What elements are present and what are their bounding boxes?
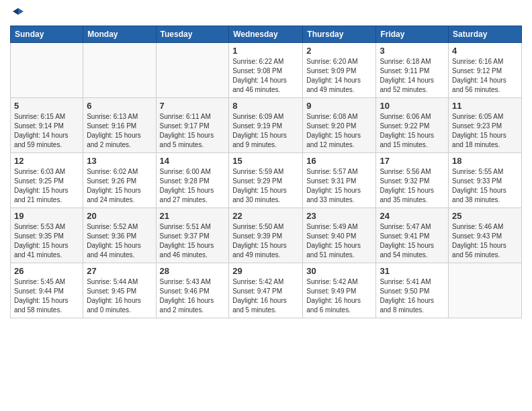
week-row-5: 26Sunrise: 5:45 AM Sunset: 9:44 PM Dayli… — [11, 263, 522, 318]
day-number: 5 — [14, 101, 79, 111]
day-number: 27 — [87, 266, 152, 276]
page-container: SundayMondayTuesdayWednesdayThursdayFrid… — [0, 0, 532, 325]
day-info: Sunrise: 5:46 AM Sunset: 9:43 PM Dayligh… — [452, 222, 518, 260]
day-info: Sunrise: 6:00 AM Sunset: 9:28 PM Dayligh… — [160, 167, 226, 205]
day-info: Sunrise: 6:08 AM Sunset: 9:20 PM Dayligh… — [306, 112, 372, 150]
day-cell: 8Sunrise: 6:09 AM Sunset: 9:19 PM Daylig… — [229, 98, 303, 153]
logo-text — [10, 7, 25, 20]
day-cell: 11Sunrise: 6:05 AM Sunset: 9:23 PM Dayli… — [449, 98, 522, 153]
day-number: 19 — [14, 211, 79, 221]
week-row-1: 1Sunrise: 6:22 AM Sunset: 9:08 PM Daylig… — [11, 43, 522, 98]
day-cell: 6Sunrise: 6:13 AM Sunset: 9:16 PM Daylig… — [83, 98, 156, 153]
svg-marker-0 — [18, 8, 24, 15]
header-row: SundayMondayTuesdayWednesdayThursdayFrid… — [11, 26, 522, 43]
day-number: 8 — [232, 101, 299, 111]
day-info: Sunrise: 6:06 AM Sunset: 9:22 PM Dayligh… — [380, 112, 445, 150]
day-info: Sunrise: 5:57 AM Sunset: 9:31 PM Dayligh… — [306, 167, 372, 205]
day-info: Sunrise: 6:20 AM Sunset: 9:09 PM Dayligh… — [306, 57, 372, 95]
day-number: 21 — [160, 211, 226, 221]
day-cell: 29Sunrise: 5:42 AM Sunset: 9:47 PM Dayli… — [229, 263, 303, 318]
day-cell: 24Sunrise: 5:47 AM Sunset: 9:41 PM Dayli… — [376, 208, 449, 263]
day-cell: 14Sunrise: 6:00 AM Sunset: 9:28 PM Dayli… — [156, 153, 229, 208]
day-cell: 1Sunrise: 6:22 AM Sunset: 9:08 PM Daylig… — [229, 43, 303, 98]
day-cell: 9Sunrise: 6:08 AM Sunset: 9:20 PM Daylig… — [303, 98, 376, 153]
day-info: Sunrise: 5:49 AM Sunset: 9:40 PM Dayligh… — [306, 222, 372, 260]
day-number: 7 — [160, 101, 226, 111]
day-cell: 17Sunrise: 5:56 AM Sunset: 9:32 PM Dayli… — [376, 153, 449, 208]
day-cell: 16Sunrise: 5:57 AM Sunset: 9:31 PM Dayli… — [303, 153, 376, 208]
day-cell: 28Sunrise: 5:43 AM Sunset: 9:46 PM Dayli… — [156, 263, 229, 318]
day-number: 13 — [87, 156, 152, 166]
day-info: Sunrise: 5:47 AM Sunset: 9:41 PM Dayligh… — [380, 222, 445, 260]
day-number: 1 — [232, 46, 299, 56]
day-info: Sunrise: 5:53 AM Sunset: 9:35 PM Dayligh… — [14, 222, 79, 260]
day-number: 22 — [232, 211, 299, 221]
day-number: 10 — [380, 101, 445, 111]
day-cell: 15Sunrise: 5:59 AM Sunset: 9:29 PM Dayli… — [229, 153, 303, 208]
col-header-friday: Friday — [376, 26, 449, 43]
day-number: 29 — [232, 266, 299, 276]
day-info: Sunrise: 6:15 AM Sunset: 9:14 PM Dayligh… — [14, 112, 79, 150]
calendar-body: 1Sunrise: 6:22 AM Sunset: 9:08 PM Daylig… — [11, 43, 522, 318]
day-number: 30 — [306, 266, 372, 276]
day-cell: 7Sunrise: 6:11 AM Sunset: 9:17 PM Daylig… — [156, 98, 229, 153]
day-info: Sunrise: 5:51 AM Sunset: 9:37 PM Dayligh… — [160, 222, 226, 260]
day-number: 25 — [452, 211, 518, 221]
day-info: Sunrise: 6:13 AM Sunset: 9:16 PM Dayligh… — [87, 112, 152, 150]
day-number: 20 — [87, 211, 152, 221]
day-number: 24 — [380, 211, 445, 221]
day-cell: 19Sunrise: 5:53 AM Sunset: 9:35 PM Dayli… — [11, 208, 83, 263]
day-info: Sunrise: 5:41 AM Sunset: 9:50 PM Dayligh… — [380, 277, 445, 315]
day-info: Sunrise: 5:42 AM Sunset: 9:47 PM Dayligh… — [232, 277, 299, 315]
col-header-monday: Monday — [83, 26, 156, 43]
day-cell: 22Sunrise: 5:50 AM Sunset: 9:39 PM Dayli… — [229, 208, 303, 263]
day-number: 2 — [306, 46, 372, 56]
day-info: Sunrise: 5:59 AM Sunset: 9:29 PM Dayligh… — [232, 167, 299, 205]
day-number: 3 — [380, 46, 445, 56]
day-number: 6 — [87, 101, 152, 111]
col-header-tuesday: Tuesday — [156, 26, 229, 43]
calendar-header: SundayMondayTuesdayWednesdayThursdayFrid… — [11, 26, 522, 43]
day-number: 9 — [306, 101, 372, 111]
col-header-thursday: Thursday — [303, 26, 376, 43]
day-number: 26 — [14, 266, 79, 276]
day-info: Sunrise: 6:02 AM Sunset: 9:26 PM Dayligh… — [87, 167, 152, 205]
day-info: Sunrise: 6:09 AM Sunset: 9:19 PM Dayligh… — [232, 112, 299, 150]
day-number: 15 — [232, 156, 299, 166]
logo-flag-icon — [11, 7, 25, 20]
week-row-3: 12Sunrise: 6:03 AM Sunset: 9:25 PM Dayli… — [11, 153, 522, 208]
day-number: 31 — [380, 266, 445, 276]
day-cell: 26Sunrise: 5:45 AM Sunset: 9:44 PM Dayli… — [11, 263, 83, 318]
day-cell: 5Sunrise: 6:15 AM Sunset: 9:14 PM Daylig… — [11, 98, 83, 153]
day-cell — [156, 43, 229, 98]
day-cell: 13Sunrise: 6:02 AM Sunset: 9:26 PM Dayli… — [83, 153, 156, 208]
day-cell — [83, 43, 156, 98]
day-info: Sunrise: 6:05 AM Sunset: 9:23 PM Dayligh… — [452, 112, 518, 150]
day-info: Sunrise: 5:56 AM Sunset: 9:32 PM Dayligh… — [380, 167, 445, 205]
day-info: Sunrise: 5:50 AM Sunset: 9:39 PM Dayligh… — [232, 222, 299, 260]
day-number: 14 — [160, 156, 226, 166]
day-cell: 2Sunrise: 6:20 AM Sunset: 9:09 PM Daylig… — [303, 43, 376, 98]
day-info: Sunrise: 5:52 AM Sunset: 9:36 PM Dayligh… — [87, 222, 152, 260]
day-info: Sunrise: 6:11 AM Sunset: 9:17 PM Dayligh… — [160, 112, 226, 150]
day-info: Sunrise: 6:18 AM Sunset: 9:11 PM Dayligh… — [380, 57, 445, 95]
day-number: 16 — [306, 156, 372, 166]
day-cell: 25Sunrise: 5:46 AM Sunset: 9:43 PM Dayli… — [449, 208, 522, 263]
day-cell: 21Sunrise: 5:51 AM Sunset: 9:37 PM Dayli… — [156, 208, 229, 263]
logo — [10, 7, 25, 20]
day-cell: 4Sunrise: 6:16 AM Sunset: 9:12 PM Daylig… — [449, 43, 522, 98]
day-info: Sunrise: 5:43 AM Sunset: 9:46 PM Dayligh… — [160, 277, 226, 315]
day-cell: 20Sunrise: 5:52 AM Sunset: 9:36 PM Dayli… — [83, 208, 156, 263]
day-number: 18 — [452, 156, 518, 166]
day-cell: 30Sunrise: 5:42 AM Sunset: 9:49 PM Dayli… — [303, 263, 376, 318]
day-cell: 27Sunrise: 5:44 AM Sunset: 9:45 PM Dayli… — [83, 263, 156, 318]
day-info: Sunrise: 6:03 AM Sunset: 9:25 PM Dayligh… — [14, 167, 79, 205]
day-number: 23 — [306, 211, 372, 221]
col-header-saturday: Saturday — [449, 26, 522, 43]
week-row-2: 5Sunrise: 6:15 AM Sunset: 9:14 PM Daylig… — [11, 98, 522, 153]
day-info: Sunrise: 5:44 AM Sunset: 9:45 PM Dayligh… — [87, 277, 152, 315]
week-row-4: 19Sunrise: 5:53 AM Sunset: 9:35 PM Dayli… — [11, 208, 522, 263]
day-cell: 18Sunrise: 5:55 AM Sunset: 9:33 PM Dayli… — [449, 153, 522, 208]
day-cell: 23Sunrise: 5:49 AM Sunset: 9:40 PM Dayli… — [303, 208, 376, 263]
day-info: Sunrise: 6:16 AM Sunset: 9:12 PM Dayligh… — [452, 57, 518, 95]
